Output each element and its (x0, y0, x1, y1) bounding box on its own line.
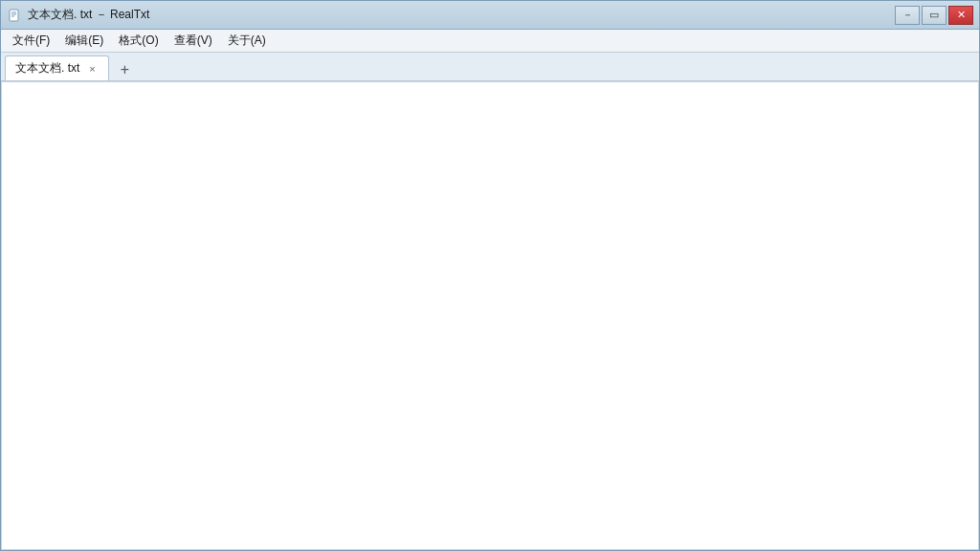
tab-close-button[interactable]: × (85, 62, 99, 76)
menu-about[interactable]: 关于(A) (220, 31, 274, 51)
text-content-area[interactable] (1, 81, 979, 550)
main-window: 文本文档. txt － RealTxt － ▭ ✕ 文件(F) 编辑(E) 格式… (0, 0, 980, 551)
tab-label: 文本文档. txt (15, 60, 79, 77)
menu-view[interactable]: 查看(V) (167, 31, 220, 51)
tab-bar: 文本文档. txt × + (1, 53, 979, 81)
svg-rect-0 (10, 10, 18, 21)
menu-file[interactable]: 文件(F) (5, 31, 57, 51)
menu-edit[interactable]: 编辑(E) (57, 31, 111, 51)
title-bar-left: 文本文档. txt － RealTxt (7, 7, 149, 23)
window-controls: － ▭ ✕ (895, 6, 973, 25)
restore-button[interactable]: ▭ (922, 6, 947, 25)
minimize-button[interactable]: － (895, 6, 920, 25)
title-bar: 文本文档. txt － RealTxt － ▭ ✕ (1, 1, 979, 30)
close-button[interactable]: ✕ (948, 6, 973, 25)
app-icon (7, 8, 22, 23)
new-tab-button[interactable]: + (113, 59, 136, 80)
menu-bar: 文件(F) 编辑(E) 格式(O) 查看(V) 关于(A) (1, 30, 979, 53)
tab-active[interactable]: 文本文档. txt × (5, 55, 109, 80)
window-title: 文本文档. txt － RealTxt (28, 7, 149, 23)
menu-format[interactable]: 格式(O) (111, 31, 166, 51)
